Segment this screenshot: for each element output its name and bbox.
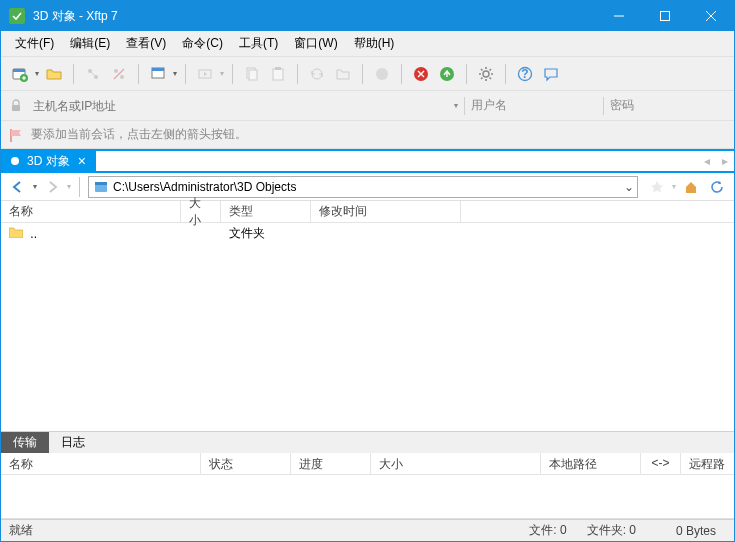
settings-button[interactable] bbox=[475, 63, 497, 85]
svg-text:?: ? bbox=[521, 66, 528, 80]
svg-line-31 bbox=[490, 77, 492, 79]
tab-close-button[interactable]: × bbox=[78, 153, 86, 169]
separator bbox=[362, 64, 363, 84]
menu-file[interactable]: 文件(F) bbox=[7, 32, 62, 55]
path-dropdown-button[interactable]: ⌄ bbox=[621, 180, 637, 194]
minimize-button[interactable] bbox=[596, 1, 642, 31]
home-button[interactable] bbox=[680, 176, 702, 198]
favorite-button[interactable] bbox=[646, 176, 668, 198]
tcol-name[interactable]: 名称 bbox=[1, 453, 201, 474]
pathbar: ▾ ▾ ⌄ ▾ bbox=[1, 173, 734, 201]
back-button[interactable] bbox=[7, 176, 29, 198]
titlebar: 3D 对象 - Xftp 7 bbox=[1, 1, 734, 31]
hintbar: 要添加当前会话，点击左侧的箭头按钮。 bbox=[1, 121, 734, 149]
new-window-button[interactable] bbox=[147, 63, 169, 85]
svg-rect-39 bbox=[95, 182, 107, 185]
col-size[interactable]: 大小 bbox=[181, 201, 221, 222]
host-dropdown-icon[interactable]: ▾ bbox=[454, 101, 458, 110]
help-button[interactable]: ? bbox=[514, 63, 536, 85]
svg-rect-1 bbox=[661, 12, 670, 21]
xshell-button[interactable] bbox=[410, 63, 432, 85]
location-icon bbox=[93, 179, 109, 195]
open-session-button[interactable] bbox=[43, 63, 65, 85]
path-input-wrap: ⌄ bbox=[88, 176, 638, 198]
file-row-parent[interactable]: .. 文件夹 bbox=[1, 223, 734, 243]
refresh-button[interactable] bbox=[706, 176, 728, 198]
feedback-button[interactable] bbox=[540, 63, 562, 85]
transfer-header: 名称 状态 进度 大小 本地路径 <-> 远程路 bbox=[1, 453, 734, 475]
menu-window[interactable]: 窗口(W) bbox=[286, 32, 345, 55]
file-type: 文件夹 bbox=[221, 225, 311, 242]
tcol-local-path[interactable]: 本地路径 bbox=[541, 453, 641, 474]
status-folders: 文件夹: 0 bbox=[577, 522, 646, 539]
svg-rect-21 bbox=[275, 67, 281, 70]
username-input[interactable] bbox=[527, 95, 597, 117]
svg-point-12 bbox=[114, 69, 118, 73]
xftp-button[interactable] bbox=[436, 63, 458, 85]
transfer-body[interactable] bbox=[1, 475, 734, 519]
toolbar: ▾ ▾ ▾ ? bbox=[1, 57, 734, 91]
tab-status-dot bbox=[11, 157, 19, 165]
flag-icon bbox=[9, 128, 25, 142]
sync-button bbox=[306, 63, 328, 85]
col-type[interactable]: 类型 bbox=[221, 201, 311, 222]
password-label: 密码 bbox=[610, 97, 660, 114]
svg-line-11 bbox=[91, 72, 95, 76]
menu-help[interactable]: 帮助(H) bbox=[346, 32, 403, 55]
file-list[interactable]: .. 文件夹 bbox=[1, 223, 734, 431]
dropdown-icon[interactable]: ▾ bbox=[173, 69, 177, 78]
dropdown-icon[interactable]: ▾ bbox=[35, 69, 39, 78]
tcol-progress[interactable]: 进度 bbox=[291, 453, 371, 474]
tabbar-spacer bbox=[96, 151, 698, 171]
maximize-button[interactable] bbox=[642, 1, 688, 31]
separator bbox=[464, 97, 465, 115]
tab-scroll-left-button[interactable]: ◂ bbox=[698, 151, 716, 171]
copy-button bbox=[241, 63, 263, 85]
disconnect-button bbox=[108, 63, 130, 85]
hint-text: 要添加当前会话，点击左侧的箭头按钮。 bbox=[31, 126, 247, 143]
tab-scroll-right-button[interactable]: ▸ bbox=[716, 151, 734, 171]
svg-rect-5 bbox=[13, 69, 25, 72]
menu-edit[interactable]: 编辑(E) bbox=[62, 32, 118, 55]
tcol-direction[interactable]: <-> bbox=[641, 453, 681, 474]
session-tab[interactable]: 3D 对象 × bbox=[1, 151, 96, 171]
host-input[interactable] bbox=[29, 95, 448, 117]
status-files: 文件: 0 bbox=[519, 522, 576, 539]
bottom-tabs: 传输 日志 bbox=[1, 431, 734, 453]
lock-icon bbox=[9, 99, 23, 113]
window-title: 3D 对象 - Xftp 7 bbox=[33, 8, 596, 25]
separator bbox=[603, 97, 604, 115]
separator bbox=[79, 177, 80, 197]
col-spacer bbox=[461, 201, 734, 222]
separator bbox=[401, 64, 402, 84]
reconnect-button bbox=[82, 63, 104, 85]
tab-transfer[interactable]: 传输 bbox=[1, 432, 49, 453]
folder-icon bbox=[9, 226, 23, 238]
tab-log[interactable]: 日志 bbox=[49, 432, 97, 453]
session-tabbar: 3D 对象 × ◂ ▸ bbox=[1, 149, 734, 173]
new-session-button[interactable] bbox=[9, 63, 31, 85]
svg-rect-16 bbox=[152, 68, 164, 71]
col-name[interactable]: 名称 bbox=[1, 201, 181, 222]
tcol-status[interactable]: 状态 bbox=[201, 453, 291, 474]
menu-tools[interactable]: 工具(T) bbox=[231, 32, 286, 55]
menu-view[interactable]: 查看(V) bbox=[118, 32, 174, 55]
path-input[interactable] bbox=[113, 177, 621, 197]
tcol-remote[interactable]: 远程路 bbox=[681, 453, 734, 474]
separator bbox=[232, 64, 233, 84]
back-history-dropdown[interactable]: ▾ bbox=[33, 182, 37, 191]
dropdown-icon: ▾ bbox=[220, 69, 224, 78]
forward-history-dropdown[interactable]: ▾ bbox=[67, 182, 71, 191]
username-label: 用户名 bbox=[471, 97, 521, 114]
close-button[interactable] bbox=[688, 1, 734, 31]
new-folder-button bbox=[332, 63, 354, 85]
password-input[interactable] bbox=[666, 95, 726, 117]
favorite-dropdown[interactable]: ▾ bbox=[672, 182, 676, 191]
file-area: 名称 大小 类型 修改时间 .. 文件夹 bbox=[1, 201, 734, 431]
status-ready: 就绪 bbox=[9, 522, 519, 539]
svg-line-32 bbox=[481, 77, 483, 79]
tcol-size[interactable]: 大小 bbox=[371, 453, 541, 474]
menu-command[interactable]: 命令(C) bbox=[174, 32, 231, 55]
forward-button[interactable] bbox=[41, 176, 63, 198]
col-modified[interactable]: 修改时间 bbox=[311, 201, 461, 222]
